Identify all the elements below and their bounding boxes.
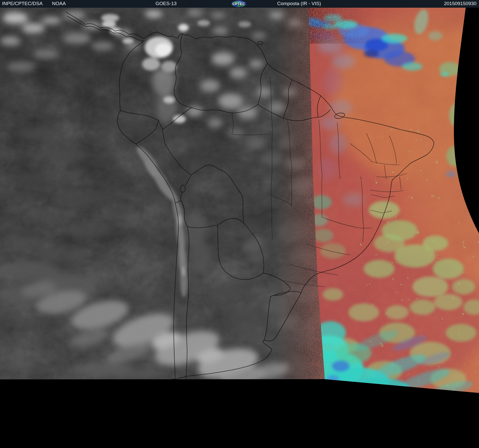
satellite-label: GOES-13	[155, 1, 176, 6]
satellite-viewer: INPE/CPTEC/DSA NOAA GOES-13 CPTEC Compos…	[0, 0, 479, 448]
grayscale-vis-region	[0, 5, 325, 389]
header-bar: INPE/CPTEC/DSA NOAA GOES-13 CPTEC Compos…	[0, 0, 479, 8]
agency-label: NOAA	[52, 1, 66, 6]
logo-text: CPTEC	[232, 2, 246, 6]
product-label: Composta (IR - VIS)	[277, 1, 321, 6]
satellite-scene	[0, 0, 479, 448]
ir-green-speckle-ne	[366, 123, 428, 184]
cptec-logo: CPTEC	[231, 1, 246, 7]
timestamp-label: 201509150930	[444, 1, 476, 6]
source-label: INPE/CPTEC/DSA	[2, 1, 43, 6]
